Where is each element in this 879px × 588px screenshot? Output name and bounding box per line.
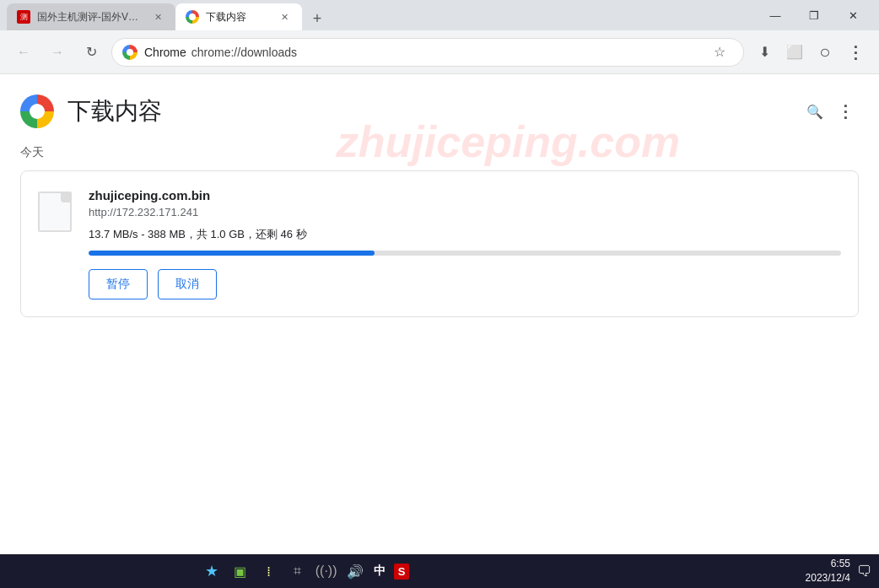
split-view-button[interactable]: ⬜	[781, 39, 808, 66]
profile-button[interactable]: ○	[812, 39, 839, 66]
cancel-button[interactable]: 取消	[158, 269, 217, 299]
download-status: 13.7 MB/s - 388 MB，共 1.0 GB，还剩 46 秒	[89, 227, 841, 242]
tab-favicon-2	[186, 10, 199, 24]
browser-toolbar: ← → ↻ Chrome chrome://downloads ☆ ⬇ ⬜ ○ …	[0, 30, 879, 74]
tab-group: 测 国外主机测评-国外VPS，国... ✕ 下载内容 ✕ +	[7, 0, 329, 30]
address-url: chrome://downloads	[191, 46, 297, 59]
wifi-icon[interactable]: ((·))	[316, 561, 337, 581]
tab-favicon-1: 测	[17, 10, 30, 24]
taskbar-right: 6:55 2023/12/4 🗨	[806, 557, 872, 585]
taskbar: ★ ▣ ⁞ ⌗ ((·)) 🔊 中 S 6:55 2023/12/4 🗨	[0, 554, 879, 588]
chrome-menu-button[interactable]: ⋮	[842, 39, 869, 66]
search-downloads-button[interactable]: 🔍	[801, 98, 828, 125]
bluetooth-icon[interactable]: ★	[202, 561, 222, 581]
tab-inactive[interactable]: 测 国外主机测评-国外VPS，国... ✕	[7, 3, 175, 30]
forward-button[interactable]: →	[44, 39, 71, 66]
progress-bar-fill	[89, 251, 375, 256]
taskbar-datetime: 6:55 2023/12/4	[806, 557, 850, 585]
tab-close-2[interactable]: ✕	[277, 9, 292, 24]
tab-title-2: 下载内容	[206, 10, 270, 24]
address-brand: Chrome	[144, 46, 186, 59]
section-today: 今天	[0, 128, 879, 170]
close-button[interactable]: ✕	[833, 0, 872, 30]
language-indicator[interactable]: 中	[374, 564, 386, 579]
maximize-button[interactable]: ❐	[795, 0, 833, 30]
address-bar[interactable]: Chrome chrome://downloads ☆	[111, 38, 744, 67]
progress-bar-container	[89, 251, 841, 256]
address-text: Chrome chrome://downloads	[144, 46, 699, 59]
download-info: zhujiceping.com.bin http://172.232.171.2…	[89, 188, 841, 299]
download-item: zhujiceping.com.bin http://172.232.171.2…	[20, 170, 859, 317]
notification-button[interactable]: 🗨	[857, 563, 872, 580]
usb-icon[interactable]: ⌗	[288, 561, 308, 581]
chrome-logo-large	[20, 94, 54, 128]
download-status-button[interactable]: ⬇	[751, 39, 778, 66]
header-actions: 🔍 ⋮	[801, 98, 859, 125]
volume-icon[interactable]: 🔊	[345, 561, 365, 581]
toolbar-action-icons: ⬇ ⬜ ○ ⋮	[751, 39, 869, 66]
more-options-button[interactable]: ⋮	[832, 98, 859, 125]
app-dots-icon[interactable]: ⁞	[259, 561, 279, 581]
tab-title-1: 国外主机测评-国外VPS，国...	[37, 10, 143, 24]
page-content: 下载内容 🔍 ⋮ zhujiceping.com 今天 zhujiceping.…	[0, 74, 879, 554]
download-actions: 暂停 取消	[89, 269, 841, 299]
new-tab-button[interactable]: +	[305, 7, 329, 30]
bookmark-button[interactable]: ☆	[706, 39, 733, 66]
taskbar-system-icons: ★ ▣ ⁞ ⌗ ((·)) 🔊 中 S	[202, 561, 410, 581]
tab-close-1[interactable]: ✕	[150, 9, 165, 24]
page-title: 下载内容	[67, 95, 788, 127]
taskbar-app-icon[interactable]: S	[394, 564, 410, 580]
title-bar: 测 国外主机测评-国外VPS，国... ✕ 下载内容 ✕ + — ❐ ✕	[0, 0, 879, 30]
file-icon	[38, 192, 72, 232]
downloads-header: 下载内容 🔍 ⋮	[0, 74, 879, 128]
chrome-logo-icon	[122, 45, 138, 60]
reload-button[interactable]: ↻	[78, 39, 105, 66]
taskbar-date-value: 2023/12/4	[806, 571, 850, 585]
window-controls: — ❐ ✕	[756, 0, 872, 30]
back-button[interactable]: ←	[10, 39, 37, 66]
tab-active[interactable]: 下载内容 ✕	[175, 3, 302, 30]
pause-button[interactable]: 暂停	[89, 269, 148, 299]
taskbar-time-value: 6:55	[806, 557, 850, 571]
download-filename: zhujiceping.com.bin	[89, 188, 841, 202]
download-url: http://172.232.171.241	[89, 206, 841, 218]
gpu-icon[interactable]: ▣	[230, 561, 251, 581]
minimize-button[interactable]: —	[756, 0, 795, 30]
